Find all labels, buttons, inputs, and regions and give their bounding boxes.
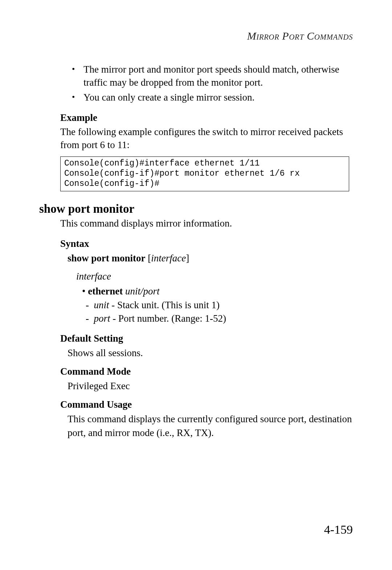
ethernet-port: port	[143, 286, 159, 297]
command-title: show port monitor	[39, 202, 353, 216]
unit-line: - unit - Stack unit. (This is unit 1)	[86, 298, 353, 312]
default-setting-value: Shows all sessions.	[68, 346, 353, 360]
dash-icon: -	[86, 313, 94, 324]
command-mode-value: Privileged Exec	[68, 379, 353, 393]
port-desc: - Port number. (Range: 1-52)	[110, 313, 226, 324]
list-item: The mirror port and monitor port speeds …	[70, 63, 353, 89]
command-description: This command displays mirror information…	[60, 217, 353, 230]
syntax-line: show port monitor [interface]	[68, 252, 353, 265]
list-item: You can only create a single mirror sess…	[70, 91, 353, 104]
example-heading: Example	[60, 112, 353, 123]
running-header: Mirror Port Commands	[39, 30, 353, 42]
page: Mirror Port Commands The mirror port and…	[0, 0, 392, 570]
syntax-ethernet-line: • ethernet unit/port	[82, 284, 353, 298]
body: The mirror port and monitor port speeds …	[60, 63, 353, 440]
ethernet-unit: unit	[125, 286, 140, 297]
bullet-icon: •	[82, 286, 88, 297]
command-usage-value: This command displays the currently conf…	[68, 412, 353, 440]
syntax-arg: interface	[151, 253, 186, 264]
syntax-cmd-bold: show port monitor	[68, 253, 146, 264]
unit-desc: - Stack unit. (This is unit 1)	[109, 300, 220, 310]
syntax-bracket-close: ]	[186, 253, 189, 264]
syntax-arg-name: interface	[76, 269, 353, 284]
top-bullet-list: The mirror port and monitor port speeds …	[70, 63, 353, 104]
unit-label: unit	[94, 300, 109, 310]
dash-icon: -	[86, 300, 94, 310]
ethernet-label: ethernet	[88, 286, 123, 297]
example-intro: The following example configures the swi…	[60, 126, 353, 151]
port-label: port	[94, 313, 110, 324]
port-line: - port - Port number. (Range: 1-52)	[86, 312, 353, 326]
syntax-bracket-open: [	[146, 253, 151, 264]
syntax-heading: Syntax	[60, 238, 353, 249]
page-number: 4-159	[324, 523, 353, 537]
code-block: Console(config)#interface ethernet 1/11 …	[60, 156, 349, 191]
command-usage-heading: Command Usage	[60, 399, 353, 410]
default-setting-heading: Default Setting	[60, 333, 353, 344]
command-mode-heading: Command Mode	[60, 366, 353, 377]
